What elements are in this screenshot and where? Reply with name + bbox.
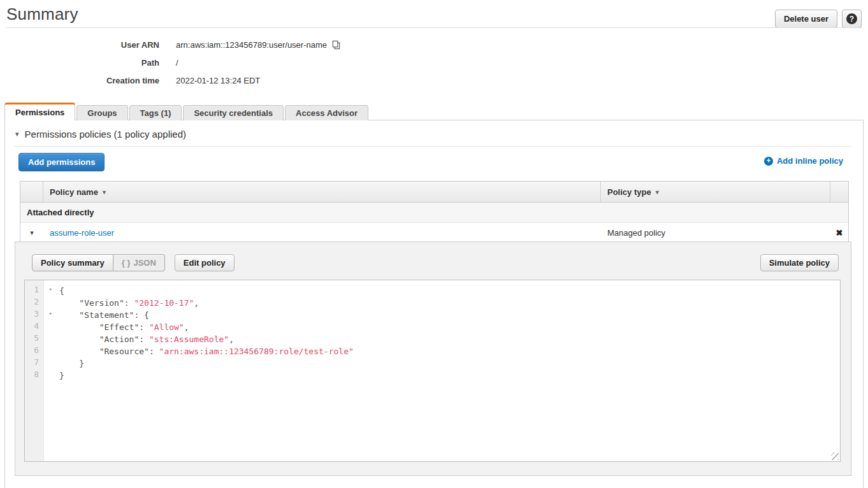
header-divider (6, 27, 862, 28)
tab-permissions[interactable]: Permissions (4, 103, 75, 120)
permissions-policies-section-toggle[interactable]: ▾ Permissions policies (1 policy applied… (15, 129, 186, 140)
detail-label: User ARN (0, 40, 159, 50)
add-permissions-button[interactable]: Add permissions (18, 153, 105, 171)
creation-time-value: 2022-01-12 13:24 EDT (176, 76, 260, 85)
actions-column-header (830, 182, 848, 202)
braces-icon: { } (122, 258, 131, 268)
simulate-policy-button[interactable]: Simulate policy (760, 254, 839, 271)
help-icon: ? (846, 13, 857, 24)
gutter-line-number[interactable]: 5 (25, 333, 43, 345)
policy-name-column-header[interactable]: Policy name ▾ (43, 182, 601, 202)
gutter-line-number[interactable]: 8 (25, 370, 43, 382)
policy-type-column-header[interactable]: Policy type ▾ (601, 182, 830, 202)
table-row: ▾ assume-role-user Managed policy ✖ (20, 223, 848, 242)
sort-caret-icon: ▾ (103, 189, 106, 196)
gutter-line-number[interactable]: 4 (25, 321, 43, 333)
path-value: / (176, 58, 178, 68)
detail-row-creation-time: Creation time 2022-01-12 13:24 EDT (0, 71, 341, 89)
policy-type-header-label: Policy type (607, 187, 651, 197)
user-arn-value: arn:aws:iam::123456789:user/user-name (176, 40, 327, 50)
detail-row-path: Path / (0, 54, 341, 71)
section-divider (15, 146, 851, 147)
edit-policy-button[interactable]: Edit policy (175, 254, 235, 271)
code-line[interactable]: } (59, 357, 840, 370)
code-line[interactable]: "Version": "2012-10-17", (59, 297, 840, 309)
delete-user-button[interactable]: Delete user (775, 10, 837, 28)
group-row-attached-directly: Attached directly (20, 203, 848, 223)
detach-policy-icon[interactable]: ✖ (836, 228, 843, 238)
json-view-button[interactable]: { } JSON (113, 254, 165, 271)
editor-gutter: 1▾23▾45678 (25, 280, 44, 461)
json-editor[interactable]: 1▾23▾45678 { "Version": "2012-10-17", "S… (24, 280, 841, 462)
editor-resize-handle[interactable] (831, 452, 839, 460)
gutter-line-number[interactable]: 2 (25, 297, 43, 309)
page-title: Summary (6, 4, 78, 24)
gutter-line-number[interactable]: 3▾ (25, 309, 43, 321)
detail-row-user-arn: User ARN arn:aws:iam::123456789:user/use… (0, 36, 341, 54)
help-button[interactable]: ? (842, 10, 862, 28)
add-inline-policy-link[interactable]: + Add inline policy (764, 156, 843, 166)
code-line[interactable]: } (59, 370, 840, 382)
add-inline-policy-label: Add inline policy (777, 156, 843, 166)
view-toggle-group: Policy summary { } JSON (32, 254, 165, 271)
tab-access-advisor[interactable]: Access Advisor (285, 105, 368, 120)
user-details: User ARN arn:aws:iam::123456789:user/use… (0, 36, 341, 89)
policy-detail-panel: Policy summary { } JSON Edit policy Simu… (15, 241, 851, 476)
code-line[interactable]: "Action": "sts:AssumeRole", (59, 333, 840, 345)
plus-icon: + (764, 157, 773, 166)
copy-icon[interactable] (331, 40, 341, 50)
tab-groups[interactable]: Groups (76, 105, 127, 120)
code-line[interactable]: { (59, 285, 840, 297)
code-line[interactable]: "Resource": "arn:aws:iam::123456789:role… (59, 345, 840, 357)
section-title: Permissions policies (1 policy applied) (25, 129, 186, 140)
detail-label: Path (0, 58, 159, 68)
code-line[interactable]: "Effect": "Allow", (59, 321, 840, 333)
expander-column-header (20, 182, 43, 202)
json-button-label: JSON (133, 258, 156, 268)
attached-policies-table: Policy name ▾ Policy type ▾ Attached dir… (20, 181, 849, 242)
group-row-label: Attached directly (27, 208, 94, 217)
tab-tags[interactable]: Tags (1) (129, 105, 182, 120)
table-header: Policy name ▾ Policy type ▾ (20, 182, 848, 203)
policy-summary-button[interactable]: Policy summary (32, 254, 113, 271)
policy-name-header-label: Policy name (50, 187, 98, 197)
tab-security-credentials[interactable]: Security credentials (183, 105, 284, 120)
code-line[interactable]: "Statement": { (59, 309, 840, 321)
permissions-tab-panel: ▾ Permissions policies (1 policy applied… (4, 120, 864, 488)
policy-view-buttons: Policy summary { } JSON Edit policy (32, 254, 235, 271)
chevron-down-icon: ▾ (30, 229, 34, 236)
gutter-line-number[interactable]: 7 (25, 357, 43, 370)
gutter-line-number[interactable]: 1▾ (25, 285, 43, 297)
gutter-line-number[interactable]: 6 (25, 345, 43, 357)
header-actions: Delete user ? (775, 10, 862, 28)
row-expander[interactable]: ▾ (20, 229, 43, 237)
detail-label: Creation time (0, 76, 159, 85)
policy-type-cell: Managed policy (601, 228, 830, 238)
editor-code[interactable]: { "Version": "2012-10-17", "Statement": … (44, 280, 840, 461)
chevron-down-icon: ▾ (15, 130, 19, 138)
policy-name-link[interactable]: assume-role-user (50, 228, 114, 238)
sort-caret-icon: ▾ (656, 189, 659, 196)
tab-bar: Permissions Groups Tags (1) Security cre… (4, 103, 368, 120)
